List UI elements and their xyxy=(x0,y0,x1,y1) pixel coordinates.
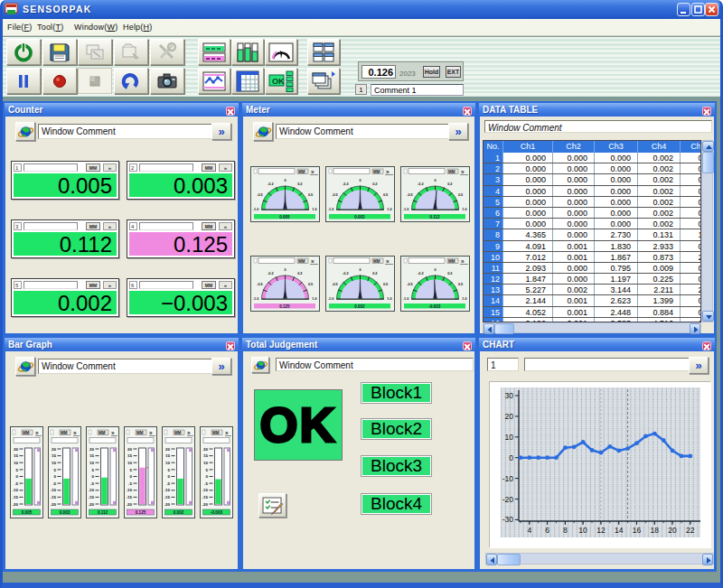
svg-text:-10: -10 xyxy=(502,474,514,483)
svg-text:1.0: 1.0 xyxy=(462,208,466,211)
svg-text:MM: MM xyxy=(23,431,30,435)
svg-text:0.2: 0.2 xyxy=(372,182,377,186)
svg-text:-0.003: -0.003 xyxy=(429,304,441,309)
svg-text:»: » xyxy=(386,258,390,265)
svg-text:1.0: 1.0 xyxy=(462,297,466,301)
svg-text:0.5: 0.5 xyxy=(383,283,388,286)
svg-text:-5: -5 xyxy=(14,481,18,486)
svg-text:30: 30 xyxy=(505,391,514,400)
svg-text:0: 0 xyxy=(359,268,361,272)
svg-text:0.2: 0.2 xyxy=(297,272,302,275)
svg-text:MM: MM xyxy=(448,170,455,174)
svg-text:16: 16 xyxy=(633,526,642,535)
svg-text:-20: -20 xyxy=(89,502,95,507)
svg-text:-10: -10 xyxy=(127,488,133,492)
svg-text:MM: MM xyxy=(174,431,182,435)
svg-text:4: 4 xyxy=(527,526,531,535)
svg-text:»: » xyxy=(225,430,229,436)
svg-text:0.112: 0.112 xyxy=(429,215,440,219)
svg-text:-1.0: -1.0 xyxy=(328,297,334,301)
svg-text:-15: -15 xyxy=(127,495,133,499)
svg-text:MM: MM xyxy=(448,259,455,264)
svg-text:0.2: 0.2 xyxy=(297,182,302,186)
svg-text:MM: MM xyxy=(212,431,220,435)
svg-text:-10: -10 xyxy=(89,488,95,492)
svg-text:-20: -20 xyxy=(202,502,209,507)
svg-text:MM: MM xyxy=(298,170,305,174)
svg-text:14: 14 xyxy=(615,526,624,535)
svg-text:1.0: 1.0 xyxy=(312,297,316,301)
svg-text:-15: -15 xyxy=(13,495,19,499)
svg-text:0.005: 0.005 xyxy=(279,215,290,219)
svg-text:-1.0: -1.0 xyxy=(253,297,259,301)
svg-text:1.0: 1.0 xyxy=(387,297,391,301)
svg-text:22: 22 xyxy=(686,526,695,535)
svg-text:»: » xyxy=(311,169,315,175)
svg-text:15: 15 xyxy=(52,453,56,458)
svg-text:0.5: 0.5 xyxy=(308,193,313,197)
svg-text:-0.5: -0.5 xyxy=(332,193,338,197)
svg-text:»: » xyxy=(386,169,390,175)
svg-text:0.125: 0.125 xyxy=(136,510,146,515)
svg-text:0: 0 xyxy=(284,179,286,182)
svg-text:0.5: 0.5 xyxy=(308,283,313,286)
svg-text:0: 0 xyxy=(359,179,361,182)
svg-text:0.002: 0.002 xyxy=(354,304,365,309)
svg-text:-0.5: -0.5 xyxy=(257,283,263,286)
svg-text:15: 15 xyxy=(127,453,132,458)
svg-text:0.112: 0.112 xyxy=(98,510,108,515)
svg-text:»: » xyxy=(149,430,153,436)
svg-text:0.2: 0.2 xyxy=(372,272,377,275)
svg-text:0.002: 0.002 xyxy=(174,510,184,515)
svg-text:0: 0 xyxy=(434,268,436,272)
svg-text:-20: -20 xyxy=(127,502,133,507)
svg-text:-0.5: -0.5 xyxy=(407,193,413,197)
svg-text:1.0: 1.0 xyxy=(387,208,391,211)
svg-text:-5: -5 xyxy=(204,481,208,486)
svg-text:0: 0 xyxy=(434,179,436,182)
svg-text:-15: -15 xyxy=(89,495,95,499)
svg-text:-0.2: -0.2 xyxy=(418,272,424,275)
svg-text:15: 15 xyxy=(203,453,208,458)
svg-text:15: 15 xyxy=(165,453,170,458)
svg-text:-0.2: -0.2 xyxy=(418,182,424,186)
svg-text:15: 15 xyxy=(89,453,94,458)
svg-text:MM: MM xyxy=(61,431,68,435)
svg-text:10: 10 xyxy=(89,461,94,465)
svg-text:0.2: 0.2 xyxy=(447,272,452,275)
svg-text:10: 10 xyxy=(165,461,170,465)
svg-text:-0.5: -0.5 xyxy=(332,283,338,286)
svg-text:»: » xyxy=(111,430,115,436)
svg-text:-10: -10 xyxy=(164,488,171,492)
svg-text:-0.2: -0.2 xyxy=(343,272,349,275)
svg-text:10: 10 xyxy=(203,461,208,465)
svg-text:10: 10 xyxy=(52,461,56,465)
svg-text:20: 20 xyxy=(89,447,94,452)
svg-text:-15: -15 xyxy=(164,495,171,499)
svg-text:8: 8 xyxy=(563,526,568,535)
svg-text:OK: OK xyxy=(272,76,285,85)
svg-text:6: 6 xyxy=(545,526,549,535)
svg-text:0: 0 xyxy=(509,453,513,462)
svg-text:20: 20 xyxy=(505,412,514,421)
svg-text:10: 10 xyxy=(578,526,587,535)
svg-text:-10: -10 xyxy=(13,488,19,492)
svg-text:0.5: 0.5 xyxy=(458,283,463,286)
svg-text:10: 10 xyxy=(127,461,132,465)
svg-text:MM: MM xyxy=(136,431,144,435)
svg-text:10: 10 xyxy=(505,433,514,442)
svg-text:15: 15 xyxy=(14,453,18,458)
svg-text:-5: -5 xyxy=(128,481,132,486)
svg-text:-1.0: -1.0 xyxy=(328,208,334,211)
svg-text:20: 20 xyxy=(52,447,56,452)
svg-text:-1.0: -1.0 xyxy=(403,208,409,211)
svg-text:MM: MM xyxy=(99,431,106,435)
svg-text:-20: -20 xyxy=(51,502,57,507)
svg-text:»: » xyxy=(187,430,191,436)
svg-text:1.0: 1.0 xyxy=(312,208,316,211)
svg-text:»: » xyxy=(73,430,77,436)
svg-text:-0.2: -0.2 xyxy=(268,272,274,275)
svg-text:20: 20 xyxy=(14,447,18,452)
svg-text:MM: MM xyxy=(373,170,380,174)
svg-text:MM: MM xyxy=(298,259,305,264)
